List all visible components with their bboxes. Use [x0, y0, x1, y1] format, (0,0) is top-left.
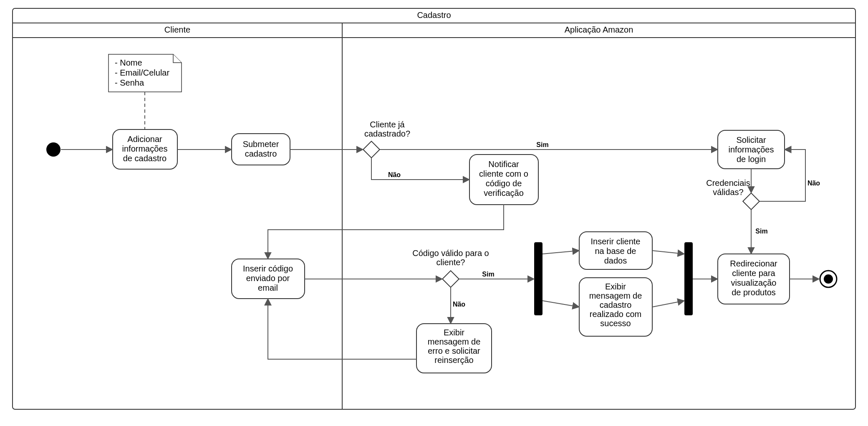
svg-text:Redirecionar: Redirecionar [730, 259, 777, 268]
svg-text:de cadastro: de cadastro [123, 154, 167, 163]
svg-text:Solicitar: Solicitar [736, 135, 766, 145]
final-node [820, 271, 837, 287]
activity-diagram: Cadastro Cliente Aplicação Amazon - Nome… [0, 0, 868, 426]
activity-show-success: Exibir mensagem de cadastro realizado co… [579, 278, 652, 336]
svg-text:Credenciais: Credenciais [706, 178, 750, 188]
edge-d1-nao-label: Não [388, 171, 401, 178]
svg-text:de produtos: de produtos [732, 288, 776, 297]
join-bar [684, 242, 693, 315]
activity-show-error: Exibir mensagem de erro e solicitar rein… [416, 324, 492, 373]
svg-text:Código válido para o: Código válido para o [412, 248, 489, 258]
svg-text:código de: código de [486, 179, 522, 188]
svg-text:- Nome: - Nome [115, 58, 142, 67]
svg-text:de login: de login [737, 155, 766, 164]
edge-d2-sim-label: Sim [482, 271, 494, 278]
svg-text:email: email [258, 283, 278, 292]
svg-text:reinserção: reinserção [434, 355, 473, 365]
svg-text:dados: dados [604, 256, 627, 265]
lane-right-title: Aplicação Amazon [565, 25, 633, 34]
activity-add-info: Adicionar informações de cadastro [113, 129, 177, 169]
svg-text:Cliente já: Cliente já [370, 120, 405, 129]
note-input-fields: - Nome - Email/Celular - Senha [108, 54, 182, 92]
svg-text:cadastrado?: cadastrado? [364, 129, 410, 138]
svg-text:Notificar: Notificar [488, 160, 519, 169]
svg-text:Inserir cliente: Inserir cliente [591, 237, 641, 246]
svg-text:Exibir: Exibir [605, 282, 626, 291]
lane-left-title: Cliente [164, 25, 190, 34]
svg-text:cadastro: cadastro [600, 300, 632, 309]
edge-d3-nao-label: Não [807, 180, 820, 187]
svg-text:Adicionar: Adicionar [127, 134, 162, 144]
svg-text:cadastro: cadastro [245, 149, 277, 158]
svg-text:válidas?: válidas? [713, 188, 743, 197]
svg-text:realizado com: realizado com [590, 309, 642, 319]
svg-text:Inserir código: Inserir código [243, 264, 293, 273]
activity-notify-code: Notificar cliente com o código de verifi… [469, 155, 538, 205]
svg-point-55 [824, 274, 833, 284]
activity-insert-code: Inserir código enviado por email [232, 259, 305, 299]
svg-text:mensagem de: mensagem de [589, 291, 642, 300]
svg-text:erro e solicitar: erro e solicitar [428, 346, 480, 355]
svg-text:visualização: visualização [731, 278, 777, 287]
svg-text:cliente para: cliente para [732, 269, 775, 278]
activity-request-login: Solicitar informações de login [718, 130, 785, 169]
svg-text:verificação: verificação [484, 188, 524, 198]
svg-text:informações: informações [729, 145, 774, 154]
svg-text:informações: informações [122, 144, 168, 153]
activity-insert-db: Inserir cliente na base de dados [579, 232, 652, 269]
edge-d1-sim-label: Sim [536, 141, 548, 148]
svg-text:Exibir: Exibir [444, 328, 464, 337]
svg-text:- Senha: - Senha [115, 78, 144, 87]
fork-bar [534, 242, 542, 315]
svg-text:enviado por: enviado por [246, 274, 290, 283]
pool-title: Cadastro [417, 10, 451, 20]
svg-text:na base de: na base de [595, 246, 636, 256]
initial-node [46, 142, 61, 157]
svg-text:Submeter: Submeter [243, 139, 279, 149]
svg-text:cliente com o: cliente com o [479, 169, 528, 178]
svg-text:- Email/Celular: - Email/Celular [115, 68, 169, 77]
edge-d3-sim-label: Sim [755, 228, 767, 235]
activity-submit: Submeter cadastro [232, 134, 290, 165]
edge-d2-nao-label: Não [453, 301, 465, 308]
svg-text:cliente?: cliente? [437, 258, 465, 267]
activity-redirect: Redirecionar cliente para visualização d… [718, 254, 790, 304]
svg-text:sucesso: sucesso [600, 319, 631, 328]
svg-text:mensagem de: mensagem de [428, 337, 481, 346]
